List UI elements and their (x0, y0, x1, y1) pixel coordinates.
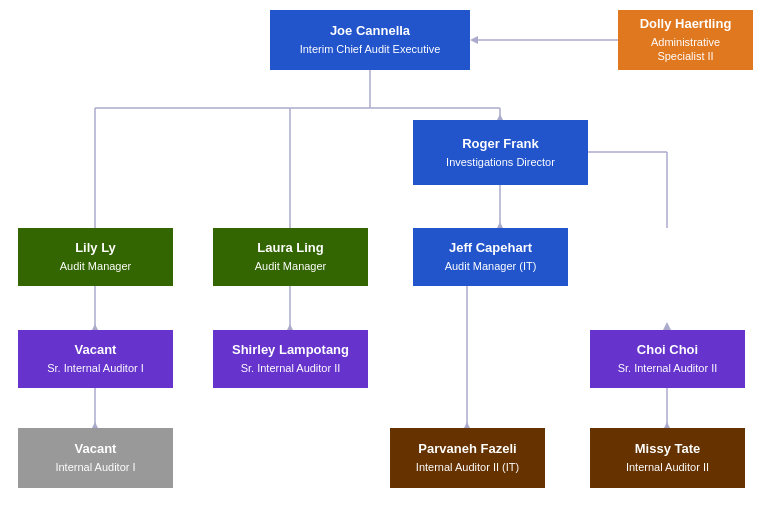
node-vacant1: Vacant Sr. Internal Auditor I (18, 330, 173, 388)
node-joe: Joe Cannella Interim Chief Audit Executi… (270, 10, 470, 70)
svg-marker-18 (663, 322, 671, 330)
node-vacant2: Vacant Internal Auditor I (18, 428, 173, 488)
node-laura-name: Laura Ling (257, 240, 323, 257)
node-joe-name: Joe Cannella (330, 23, 410, 40)
node-missy: Missy Tate Internal Auditor II (590, 428, 745, 488)
node-dolly: Dolly Haertling Administrative Specialis… (618, 10, 753, 70)
node-lily: Lily Ly Audit Manager (18, 228, 173, 286)
node-vacant2-name: Vacant (75, 441, 117, 458)
node-roger-name: Roger Frank (462, 136, 539, 153)
node-parvaneh: Parvaneh Fazeli Internal Auditor II (IT) (390, 428, 545, 488)
node-parvaneh-title: Internal Auditor II (IT) (416, 460, 519, 474)
node-laura-title: Audit Manager (255, 259, 327, 273)
node-vacant1-title: Sr. Internal Auditor I (47, 361, 144, 375)
node-choi: Choi Choi Sr. Internal Auditor II (590, 330, 745, 388)
svg-marker-1 (470, 36, 478, 44)
node-dolly-name: Dolly Haertling (640, 16, 732, 33)
node-jeff: Jeff Capehart Audit Manager (IT) (413, 228, 568, 286)
node-shirley: Shirley Lampotang Sr. Internal Auditor I… (213, 330, 368, 388)
node-missy-title: Internal Auditor II (626, 460, 709, 474)
node-choi-name: Choi Choi (637, 342, 698, 359)
node-missy-name: Missy Tate (635, 441, 701, 458)
node-shirley-name: Shirley Lampotang (232, 342, 349, 359)
node-vacant2-title: Internal Auditor I (55, 460, 135, 474)
node-jeff-name: Jeff Capehart (449, 240, 532, 257)
node-shirley-title: Sr. Internal Auditor II (241, 361, 341, 375)
node-vacant1-name: Vacant (75, 342, 117, 359)
org-chart: Joe Cannella Interim Chief Audit Executi… (0, 0, 762, 506)
node-lily-name: Lily Ly (75, 240, 116, 257)
node-roger: Roger Frank Investigations Director (413, 120, 588, 185)
node-roger-title: Investigations Director (446, 155, 555, 169)
node-joe-title: Interim Chief Audit Executive (300, 42, 441, 56)
node-choi-title: Sr. Internal Auditor II (618, 361, 718, 375)
node-dolly-title: Administrative Specialist II (626, 35, 745, 64)
node-jeff-title: Audit Manager (IT) (445, 259, 537, 273)
node-lily-title: Audit Manager (60, 259, 132, 273)
node-parvaneh-name: Parvaneh Fazeli (418, 441, 516, 458)
node-laura: Laura Ling Audit Manager (213, 228, 368, 286)
